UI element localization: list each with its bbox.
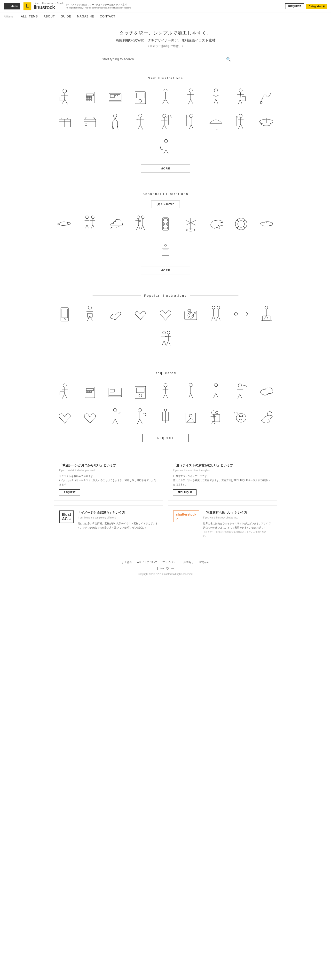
list-item[interactable] bbox=[178, 212, 203, 236]
list-item[interactable] bbox=[178, 380, 203, 404]
list-item[interactable] bbox=[254, 212, 278, 236]
footer-link-4[interactable]: お問合せ bbox=[183, 560, 194, 564]
list-item[interactable] bbox=[53, 405, 77, 429]
svg-point-30 bbox=[239, 89, 242, 92]
list-item[interactable] bbox=[53, 85, 77, 109]
partner-card-illustac: Illust AC ↗ 「イメージと全然違う」という方 If our items… bbox=[54, 505, 163, 543]
nav-about[interactable]: ABOUT bbox=[44, 15, 55, 18]
list-item[interactable] bbox=[254, 85, 278, 109]
list-item[interactable] bbox=[204, 302, 228, 326]
seasonal-more-button[interactable]: MORE bbox=[141, 266, 190, 274]
search-button[interactable]: 🔍 bbox=[226, 57, 231, 62]
footer-link-1[interactable]: よくある bbox=[122, 560, 132, 564]
list-item[interactable] bbox=[153, 135, 178, 159]
nav-guide[interactable]: GUIDE bbox=[61, 15, 71, 18]
svg-point-63 bbox=[238, 221, 245, 228]
hamburger-icon: ☰ bbox=[6, 5, 9, 8]
list-item[interactable] bbox=[53, 302, 77, 326]
new-illustrations-title: New Illustrations bbox=[5, 76, 326, 80]
partner-grid: Illust AC ↗ 「イメージと全然違う」という方 If our items… bbox=[54, 505, 277, 543]
list-item[interactable] bbox=[204, 110, 228, 134]
list-item[interactable] bbox=[254, 405, 278, 429]
svg-rect-77 bbox=[188, 310, 191, 312]
list-item[interactable] bbox=[153, 110, 178, 134]
list-item[interactable] bbox=[229, 405, 253, 429]
list-item[interactable] bbox=[128, 302, 153, 326]
list-item[interactable] bbox=[254, 110, 278, 134]
request-button[interactable]: REQUEST bbox=[142, 434, 188, 442]
list-item[interactable] bbox=[153, 237, 178, 261]
list-item[interactable] bbox=[103, 405, 127, 429]
list-item[interactable] bbox=[204, 405, 228, 429]
list-item[interactable] bbox=[128, 212, 153, 236]
hero-subtitle: 商用利用OKのWeb・DTPデザイナー向け、無料線画イラスト素材 bbox=[5, 38, 326, 43]
list-item[interactable] bbox=[103, 110, 127, 134]
list-item[interactable] bbox=[53, 380, 77, 404]
seasonal-more-button-wrap: MORE bbox=[5, 266, 326, 274]
list-item[interactable] bbox=[229, 212, 253, 236]
new-more-button[interactable]: MORE bbox=[141, 164, 190, 173]
list-item[interactable] bbox=[178, 302, 203, 326]
list-item[interactable] bbox=[178, 405, 203, 429]
list-item[interactable] bbox=[103, 380, 127, 404]
list-item[interactable] bbox=[153, 212, 178, 236]
list-item[interactable] bbox=[53, 212, 77, 236]
footer-link-5[interactable]: 運営から bbox=[199, 560, 209, 564]
header-request-button[interactable]: REQUEST bbox=[285, 3, 304, 9]
list-item[interactable] bbox=[103, 302, 127, 326]
footer-link-2[interactable]: ■サイトについて bbox=[137, 560, 158, 564]
nav-contact[interactable]: CONTACT bbox=[100, 15, 115, 18]
svg-point-114 bbox=[216, 411, 218, 414]
hamburger-button[interactable]: ☰ Menu bbox=[4, 3, 20, 10]
list-item[interactable] bbox=[153, 328, 178, 352]
svg-rect-113 bbox=[215, 415, 220, 422]
nav-all-items[interactable]: ALL ITEMS bbox=[21, 15, 38, 18]
list-item[interactable] bbox=[204, 85, 228, 109]
list-item[interactable] bbox=[153, 405, 178, 429]
categories-button[interactable]: Categories ⊞ bbox=[306, 4, 327, 9]
info-grid: 「希望シーンが見つからない」という方 If you couldn't find … bbox=[54, 458, 277, 501]
list-item[interactable] bbox=[229, 302, 253, 326]
list-item[interactable] bbox=[128, 405, 153, 429]
technique-info-button[interactable]: TECHNIQUE bbox=[173, 489, 197, 495]
footer-instagram-icon[interactable]: © bbox=[166, 566, 169, 570]
footer-facebook-icon[interactable]: f bbox=[157, 566, 158, 570]
requested-illustrations-grid bbox=[49, 380, 282, 429]
nav-magazine[interactable]: MAGAZINE bbox=[77, 15, 94, 18]
list-item[interactable] bbox=[78, 302, 102, 326]
list-item[interactable] bbox=[103, 85, 127, 109]
list-item[interactable] bbox=[128, 110, 153, 134]
footer-link-3[interactable]: プライバシー bbox=[162, 560, 178, 564]
list-item[interactable] bbox=[153, 380, 178, 404]
list-item[interactable] bbox=[78, 110, 102, 134]
list-item[interactable] bbox=[254, 380, 278, 404]
list-item[interactable] bbox=[204, 212, 228, 236]
list-item[interactable] bbox=[178, 85, 203, 109]
footer-links: よくある ■サイトについて プライバシー お問合せ 運営から bbox=[5, 560, 326, 564]
list-item[interactable] bbox=[178, 110, 203, 134]
request-info-button[interactable]: REQUEST bbox=[59, 489, 80, 495]
list-item[interactable] bbox=[153, 302, 178, 326]
list-item[interactable] bbox=[128, 85, 153, 109]
list-item[interactable] bbox=[229, 380, 253, 404]
list-item[interactable] bbox=[229, 85, 253, 109]
partner-logo-illustac: Illust AC ↗ bbox=[59, 511, 74, 523]
list-item[interactable] bbox=[229, 110, 253, 134]
list-item[interactable] bbox=[128, 380, 153, 404]
list-item[interactable] bbox=[78, 212, 102, 236]
svg-point-71 bbox=[64, 318, 65, 320]
footer-social: f tw © ✏ bbox=[5, 566, 326, 570]
summer-tab-button[interactable]: 夏 / Summer bbox=[151, 200, 180, 208]
list-item[interactable] bbox=[78, 85, 102, 109]
list-item[interactable] bbox=[78, 405, 102, 429]
list-item[interactable] bbox=[254, 302, 278, 326]
list-item[interactable] bbox=[204, 380, 228, 404]
search-input[interactable] bbox=[98, 54, 233, 64]
list-item[interactable] bbox=[153, 85, 178, 109]
footer-twitter-icon[interactable]: tw bbox=[161, 566, 164, 570]
list-item[interactable] bbox=[78, 380, 102, 404]
svg-rect-58 bbox=[164, 227, 167, 229]
list-item[interactable] bbox=[103, 212, 127, 236]
footer-edit-icon[interactable]: ✏ bbox=[171, 566, 174, 570]
list-item[interactable] bbox=[53, 110, 77, 134]
